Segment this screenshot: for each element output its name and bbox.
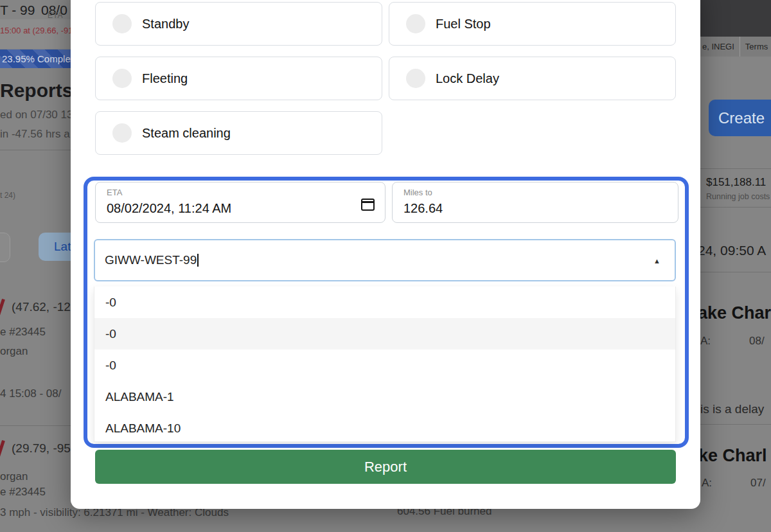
option-label: Fuel Stop xyxy=(436,17,491,31)
divider xyxy=(700,272,771,272)
vessel-marker-icon xyxy=(0,440,5,457)
filter-pill-partial[interactable] xyxy=(0,233,10,262)
report-line: e #23445 xyxy=(0,326,46,339)
port-card-eta-label: A: xyxy=(700,335,711,348)
report-line: e #23445 xyxy=(0,486,46,499)
report-coords: (47.62, -122 xyxy=(12,300,77,314)
port-card-title: ke Charl xyxy=(698,446,767,466)
map-attribution-bar: e, INEGI Terms xyxy=(699,37,771,57)
map-area xyxy=(699,0,771,37)
miles-field-label: Miles to xyxy=(403,188,432,197)
option-standby[interactable]: Standby xyxy=(95,2,382,46)
radio-icon[interactable] xyxy=(406,14,425,33)
waypoint-dropdown: -0 -0 -0 ALABAMA-1 ALABAMA-10 xyxy=(94,287,676,442)
terms-link[interactable]: Terms xyxy=(745,42,768,51)
report-coords: (29.79, -95 xyxy=(12,441,71,456)
report-modal: Standby Fuel Stop Fleeting Lock Delay St… xyxy=(71,0,700,509)
dropdown-option[interactable]: -0 xyxy=(94,350,675,381)
job-cost-value: $151,188.11 xyxy=(706,176,766,189)
eta-datetime-field[interactable]: ETA 08/02/2024, 11:24 AM xyxy=(95,182,386,223)
divider xyxy=(700,168,771,169)
caret-up-icon[interactable]: ▲ xyxy=(653,257,660,265)
dropdown-option[interactable]: -0 xyxy=(94,287,675,318)
divider xyxy=(700,424,771,425)
map-attribution: e, INEGI xyxy=(699,42,734,51)
reports-eta-line: in -47.56 hrs a xyxy=(0,128,70,141)
eta-field-value[interactable]: 08/02/2024, 11:24 AM xyxy=(107,201,231,216)
report-range: 4 15:08 - 08/ xyxy=(0,387,61,400)
port-card-eta-value: 07/ xyxy=(750,477,766,490)
divider xyxy=(740,37,740,57)
dropdown-option[interactable]: -0 xyxy=(94,318,675,350)
report-line: organ xyxy=(0,345,28,358)
option-label: Lock Delay xyxy=(436,71,499,86)
reports-title: Reports xyxy=(0,80,73,102)
reports-subtitle: ed on 07/30 13: xyxy=(0,109,76,121)
miles-to-field[interactable]: Miles to 126.64 xyxy=(392,182,678,223)
create-button[interactable]: Create xyxy=(709,100,771,136)
option-fuel-stop[interactable]: Fuel Stop xyxy=(389,2,676,46)
job-cost-label: Running job costs xyxy=(706,192,770,201)
radio-icon[interactable] xyxy=(112,69,132,88)
small-note: t 24) xyxy=(0,191,15,200)
datetime-fragment: 24, 09:50 A xyxy=(698,243,766,258)
option-lock-delay[interactable]: Lock Delay xyxy=(389,57,676,100)
divider xyxy=(0,425,71,426)
delay-note: is is a delay xyxy=(700,402,764,416)
dropdown-option[interactable]: ALABAMA-10 xyxy=(94,412,675,442)
option-label: Steam cleaning xyxy=(142,126,231,141)
dropdown-option[interactable]: ALABAMA-1 xyxy=(94,381,675,412)
port-card-eta-value: 08/ xyxy=(749,335,765,348)
waypoint-combobox[interactable]: GIWW-WEST-99 ▲ xyxy=(94,239,676,281)
vessel-marker-icon xyxy=(0,299,5,315)
radio-icon[interactable] xyxy=(406,69,425,88)
radio-icon[interactable] xyxy=(112,123,132,143)
report-line: organ xyxy=(0,470,28,483)
option-steam-cleaning[interactable]: Steam cleaning xyxy=(95,111,382,155)
divider xyxy=(700,207,771,208)
waypoint-combobox-value[interactable]: GIWW-WEST-99 xyxy=(105,253,197,267)
port-card-eta-label: A: xyxy=(702,477,712,490)
app-root: T - 99 08/0 ETA 15:00 at (29.66, -91.25 … xyxy=(0,0,771,532)
vessel-title-fragment: T - 99 xyxy=(0,3,35,18)
miles-field-value[interactable]: 126.64 xyxy=(403,201,443,216)
report-button[interactable]: Report xyxy=(95,450,676,484)
eta-field-label: ETA xyxy=(107,188,122,197)
option-label: Fleeting xyxy=(142,71,188,86)
vessel-eta-label: ETA xyxy=(48,11,63,20)
option-fleeting[interactable]: Fleeting xyxy=(95,57,382,100)
port-card-title: ake Charl xyxy=(698,303,771,323)
radio-icon[interactable] xyxy=(112,14,132,33)
calendar-icon[interactable] xyxy=(361,199,375,211)
divider xyxy=(0,150,71,150)
option-label: Standby xyxy=(142,17,189,31)
text-cursor xyxy=(197,254,199,267)
